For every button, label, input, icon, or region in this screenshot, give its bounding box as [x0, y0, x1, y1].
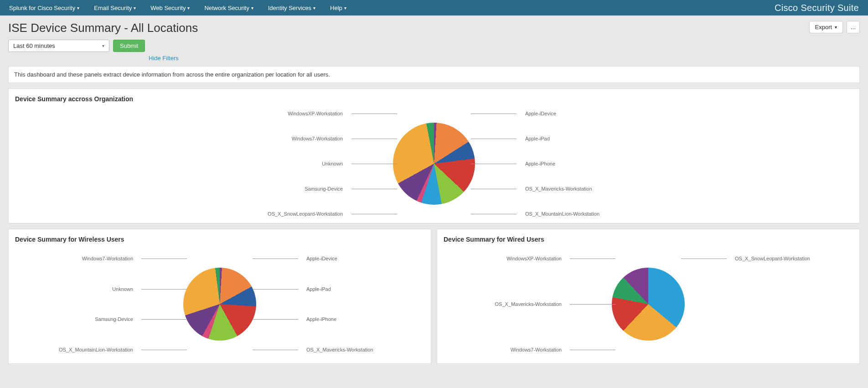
chart-wired[interactable]: OS_X_SnowLeopard-WorkstationWindowsXP-Wo…: [437, 245, 859, 363]
chart-label: OS_X_MountainLion-Workstation: [525, 211, 599, 217]
description-panel: This dashboard and these panels extract …: [8, 66, 860, 83]
leader-line: [141, 259, 187, 259]
chart-label: OS_X_SnowLeopard-Workstation: [268, 211, 343, 217]
panel-device-summary-wired: Device Summary for Wired Users OS_X_Snow…: [437, 229, 860, 364]
chevron-down-icon: ▾: [77, 5, 79, 10]
nav-item-web-security[interactable]: Web Security ▾: [150, 5, 190, 11]
chevron-down-icon: ▾: [313, 5, 315, 10]
nav-label: Splunk for Cisco Security: [9, 5, 75, 11]
leader-line: [253, 289, 298, 290]
nav-item-splunk-cisco[interactable]: Splunk for Cisco Security ▾: [9, 5, 79, 11]
chart-label: OS_X_Mavericks-Workstation: [495, 301, 562, 307]
chart-label: Unknown: [112, 286, 133, 292]
pie-chart[interactable]: [183, 268, 256, 341]
chart-label: Windows7-Workstation: [292, 136, 343, 141]
leader-line: [141, 350, 187, 350]
description-text: This dashboard and these panels extract …: [9, 67, 859, 83]
leader-line: [351, 189, 397, 189]
nav-label: Network Security: [204, 5, 249, 11]
export-label: Export: [815, 24, 832, 31]
chart-label: Apple-iPad: [306, 286, 331, 292]
chevron-down-icon: ▾: [102, 43, 104, 48]
pie-chart[interactable]: [612, 268, 685, 341]
panel-title: Device Summary for Wired Users: [437, 229, 859, 245]
leader-line: [253, 350, 298, 350]
chart-label: OS_X_Mavericks-Workstation: [306, 347, 373, 352]
chart-org[interactable]: Apple-iDeviceApple-iPadApple-iPhoneOS_X_…: [9, 104, 859, 223]
panel-title: Device Summary for Wireless Users: [9, 229, 431, 245]
nav-label: Identity Services: [268, 5, 311, 11]
leader-line: [141, 289, 187, 290]
nav-item-email-security[interactable]: Email Security ▾: [94, 5, 136, 11]
panel-title: Device Summary accross Organization: [9, 89, 859, 104]
chart-label: Samsung-Device: [305, 186, 343, 191]
chart-label: Unknown: [322, 161, 343, 166]
chart-label: Windows7-Workstation: [82, 256, 133, 261]
brand-label: Cisco Security Suite: [775, 3, 859, 13]
chevron-down-icon: ▾: [344, 5, 346, 10]
chart-label: Samsung-Device: [95, 316, 133, 322]
chart-wireless[interactable]: Apple-iDeviceApple-iPadApple-iPhoneOS_X_…: [9, 245, 431, 363]
nav-item-network-security[interactable]: Network Security ▾: [204, 5, 253, 11]
export-button[interactable]: Export ▾: [809, 21, 843, 33]
leader-line: [570, 259, 615, 259]
leader-line: [351, 214, 397, 214]
leader-line: [351, 114, 397, 114]
panel-device-summary-org: Device Summary accross Organization Appl…: [8, 88, 860, 223]
more-actions-button[interactable]: ...: [847, 21, 860, 33]
nav-label: Email Security: [94, 5, 132, 11]
chart-label: OS_X_MountainLion-Workstation: [59, 347, 133, 352]
hide-filters-link[interactable]: Hide Filters: [149, 55, 179, 62]
leader-line: [570, 350, 615, 350]
chevron-down-icon: ▾: [251, 5, 253, 10]
nav-label: Help: [330, 5, 342, 11]
nav-item-identity-services[interactable]: Identity Services ▾: [268, 5, 315, 11]
time-range-value: Last 60 minutes: [13, 42, 55, 49]
chevron-down-icon: ▾: [187, 5, 190, 10]
leader-line: [471, 189, 517, 189]
time-range-picker[interactable]: Last 60 minutes ▾: [8, 40, 109, 52]
chart-label: OS_X_SnowLeopard-Workstation: [735, 256, 810, 261]
chart-label: Windows7-Workstation: [511, 347, 562, 352]
leader-line: [471, 164, 517, 164]
chart-label: Apple-iPhone: [306, 316, 336, 322]
chevron-down-icon: ▾: [134, 5, 136, 10]
panel-device-summary-wireless: Device Summary for Wireless Users Apple-…: [8, 229, 431, 364]
submit-button[interactable]: Submit: [113, 40, 145, 52]
top-nav: Splunk for Cisco Security ▾ Email Securi…: [0, 0, 868, 16]
chart-label: Apple-iPad: [525, 136, 550, 141]
leader-line: [253, 319, 298, 320]
leader-line: [253, 259, 298, 259]
chart-label: WindowsXP-Workstation: [288, 111, 343, 116]
leader-line: [471, 214, 517, 214]
chevron-down-icon: ▾: [835, 25, 837, 30]
nav-label: Web Security: [150, 5, 186, 11]
leader-line: [141, 319, 187, 320]
chart-label: OS_X_Mavericks-Workstation: [525, 186, 592, 191]
chart-label: Apple-iDevice: [525, 111, 556, 116]
leader-line: [351, 164, 397, 164]
chart-label: WindowsXP-Workstation: [506, 256, 562, 261]
chart-label: Apple-iPhone: [525, 161, 555, 166]
page-title: ISE Device Summary - All Locations: [8, 21, 809, 35]
leader-line: [570, 304, 615, 305]
leader-line: [471, 139, 517, 139]
leader-line: [351, 139, 397, 139]
leader-line: [471, 114, 517, 114]
pie-chart[interactable]: [393, 123, 475, 205]
more-label: ...: [851, 24, 856, 31]
nav-item-help[interactable]: Help ▾: [330, 5, 346, 11]
chart-label: Apple-iDevice: [306, 256, 337, 261]
leader-line: [681, 259, 727, 259]
